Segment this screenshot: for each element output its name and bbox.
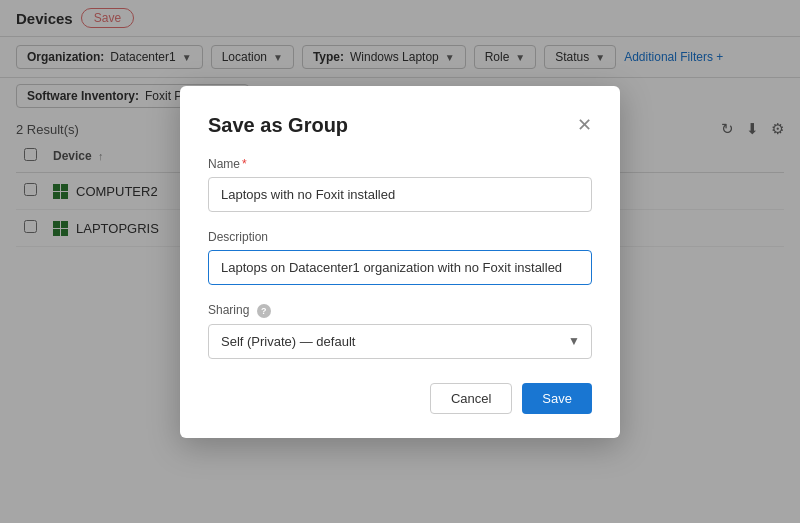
save-button[interactable]: Save — [522, 383, 592, 414]
save-group-modal: Save as Group ✕ Name* Description Sharin… — [180, 86, 620, 438]
modal-footer: Cancel Save — [208, 383, 592, 414]
sharing-label: Sharing ? — [208, 303, 592, 318]
description-input[interactable] — [208, 250, 592, 285]
page-background: Devices Save Organization: Datacenter1 ▼… — [0, 0, 800, 523]
sharing-select[interactable]: Self (Private) — default All Users Custo… — [208, 324, 592, 359]
sharing-select-wrap: Self (Private) — default All Users Custo… — [208, 324, 592, 359]
form-group-name: Name* — [208, 157, 592, 212]
name-label: Name* — [208, 157, 592, 171]
description-label: Description — [208, 230, 592, 244]
modal-header: Save as Group ✕ — [208, 114, 592, 137]
name-input[interactable] — [208, 177, 592, 212]
sharing-help-icon[interactable]: ? — [257, 304, 271, 318]
modal-overlay: Save as Group ✕ Name* Description Sharin… — [0, 0, 800, 523]
form-group-description: Description — [208, 230, 592, 285]
modal-close-button[interactable]: ✕ — [577, 116, 592, 134]
cancel-button[interactable]: Cancel — [430, 383, 512, 414]
form-group-sharing: Sharing ? Self (Private) — default All U… — [208, 303, 592, 359]
name-required: * — [242, 157, 247, 171]
modal-title: Save as Group — [208, 114, 348, 137]
